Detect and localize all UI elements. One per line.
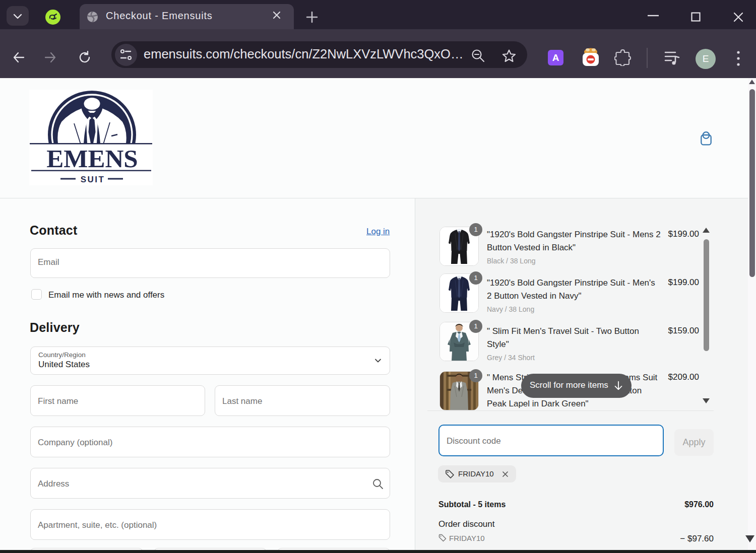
svg-text:SUIT: SUIT xyxy=(81,175,105,184)
svg-text:EMENS: EMENS xyxy=(46,145,138,173)
